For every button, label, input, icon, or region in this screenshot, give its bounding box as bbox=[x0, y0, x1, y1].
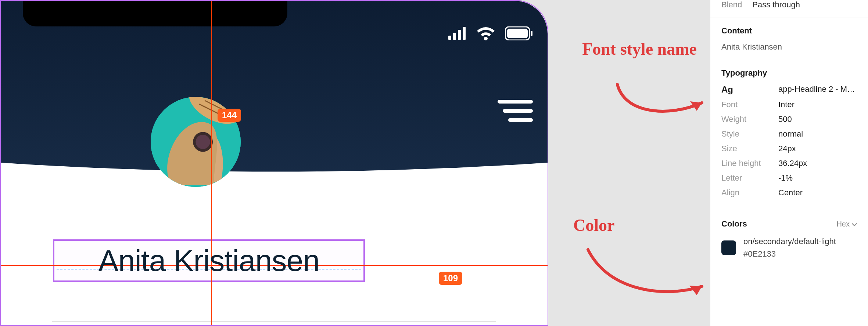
svg-point-10 bbox=[196, 135, 210, 149]
weight-value: 500 bbox=[778, 115, 857, 124]
typography-letter-row[interactable]: Letter -1% bbox=[721, 173, 857, 183]
size-value: 24px bbox=[778, 144, 857, 153]
size-label: Size bbox=[721, 144, 778, 153]
lineheight-label: Line height bbox=[721, 159, 778, 168]
typography-align-row[interactable]: Align Center bbox=[721, 188, 857, 198]
svg-rect-1 bbox=[453, 33, 456, 40]
measurement-badge: 109 bbox=[439, 272, 462, 285]
color-format-label: Hex bbox=[836, 220, 850, 228]
measurement-badge: 144 bbox=[218, 109, 241, 122]
font-label: Font bbox=[721, 100, 778, 109]
color-row[interactable]: on/secondary/default-light #0E2133 bbox=[721, 237, 857, 259]
content-heading: Content bbox=[721, 26, 857, 36]
typography-heading: Typography bbox=[721, 68, 857, 78]
colors-heading: Colors bbox=[721, 219, 747, 229]
typography-font-row[interactable]: Font Inter bbox=[721, 100, 857, 109]
menu-line-icon bbox=[503, 109, 533, 113]
align-value: Center bbox=[778, 188, 857, 198]
font-value: Inter bbox=[778, 100, 857, 109]
color-hex: #0E2133 bbox=[743, 249, 836, 259]
arrow-icon bbox=[581, 242, 713, 308]
svg-rect-5 bbox=[507, 29, 528, 38]
color-format-dropdown[interactable]: Hex bbox=[836, 220, 857, 228]
style-label: Style bbox=[721, 129, 778, 139]
lineheight-value: 36.24px bbox=[778, 159, 857, 168]
style-value: normal bbox=[778, 129, 857, 139]
device-frame: Anita Kristiansen bbox=[0, 0, 548, 326]
typography-size-row[interactable]: Size 24px bbox=[721, 144, 857, 153]
selected-text-element[interactable]: Anita Kristiansen bbox=[53, 239, 365, 282]
handwritten-annotation: Font style name bbox=[573, 40, 706, 58]
svg-rect-3 bbox=[463, 27, 466, 40]
ag-label: Ag bbox=[721, 84, 778, 95]
blend-value[interactable]: Pass through bbox=[752, 0, 800, 10]
battery-icon bbox=[505, 26, 533, 40]
inspector-panel: Blend Pass through Content Anita Kristia… bbox=[710, 0, 868, 326]
svg-rect-2 bbox=[458, 30, 461, 40]
typography-style-row[interactable]: Ag app-Headline 2 - Medi… bbox=[721, 84, 857, 95]
blend-section: Blend Pass through bbox=[710, 0, 868, 18]
colors-section: Colors Hex on/secondary/default-light #0… bbox=[710, 211, 868, 267]
menu-line-icon bbox=[508, 118, 533, 122]
letter-label: Letter bbox=[721, 173, 778, 183]
design-canvas[interactable]: Anita Kristiansen 144 109 bbox=[0, 0, 548, 326]
status-bar bbox=[448, 26, 533, 40]
content-section: Content Anita Kristiansen bbox=[710, 18, 868, 60]
svg-rect-6 bbox=[531, 31, 532, 36]
menu-button[interactable] bbox=[498, 100, 533, 122]
letter-value: -1% bbox=[778, 173, 857, 183]
content-value[interactable]: Anita Kristiansen bbox=[721, 42, 857, 52]
wifi-icon bbox=[476, 26, 495, 40]
ag-value: app-Headline 2 - Medi… bbox=[778, 84, 857, 95]
color-token: on/secondary/default-light bbox=[743, 237, 836, 246]
chevron-down-icon bbox=[852, 220, 857, 228]
weight-label: Weight bbox=[721, 115, 778, 124]
device-notch bbox=[23, 1, 287, 26]
handwritten-annotation: Color bbox=[573, 217, 614, 234]
align-label: Align bbox=[721, 188, 778, 198]
blend-label: Blend bbox=[721, 0, 742, 10]
typography-weight-row[interactable]: Weight 500 bbox=[721, 115, 857, 124]
typography-section: Typography Ag app-Headline 2 - Medi… Fon… bbox=[710, 60, 868, 211]
color-swatch bbox=[721, 240, 736, 255]
arrow-icon bbox=[603, 81, 713, 125]
typography-style-row[interactable]: Style normal bbox=[721, 129, 857, 139]
typography-lineheight-row[interactable]: Line height 36.24px bbox=[721, 159, 857, 168]
menu-line-icon bbox=[498, 100, 533, 104]
divider bbox=[52, 321, 496, 322]
svg-rect-0 bbox=[448, 36, 451, 40]
profile-name-text: Anita Kristiansen bbox=[98, 243, 319, 278]
cellular-icon bbox=[448, 27, 467, 40]
